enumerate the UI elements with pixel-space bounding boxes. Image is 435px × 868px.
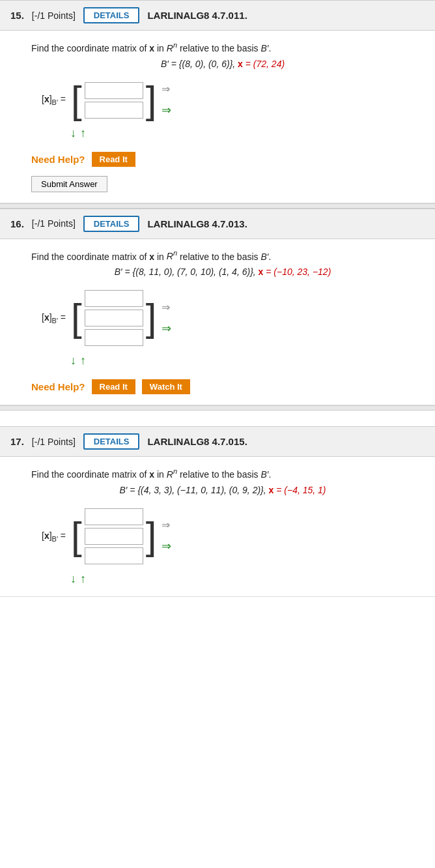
problem-17-matrix-label: [x]B′ = [42, 530, 66, 543]
problem-15-math-x: x [235, 59, 243, 69]
problem-16-input-2[interactable] [85, 310, 143, 326]
problem-16-rn: Rn [167, 251, 177, 261]
problem-16-math-bprime: B′ = {(8, 11, 0), (7, 0, 10), (1, 4, 6)}… [115, 267, 256, 277]
problem-16-need-help: Need Help? Read It Watch It [31, 379, 414, 394]
problem-17-inputs [85, 506, 143, 567]
problem-17-bracket-left: [ [71, 517, 82, 556]
problem-16-x-bold: x [149, 251, 154, 261]
problem-16-bracket-right: ] [146, 298, 157, 338]
problem-15-matrix-label: [x]B′ = [42, 94, 66, 106]
problem-16-math: B′ = {(8, 11, 0), (7, 0, 10), (1, 4, 6)}… [31, 267, 414, 277]
problem-16-updown: ↓ ↑ [70, 354, 414, 368]
problem-16-read-it-button[interactable]: Read It [92, 379, 135, 394]
problem-16-details-button[interactable]: DETAILS [83, 216, 140, 232]
problem-17-math-bprime: B′ = {(4, 3, 3), (−11, 0, 11), (0, 9, 2)… [119, 485, 266, 495]
problem-15-bprime: B′ [260, 43, 268, 53]
problem-15-down-arrow: ↓ [70, 126, 76, 140]
separator-15-16 [0, 203, 435, 209]
problem-17-desc: Find the coordinate matrix of x in Rn re… [31, 467, 414, 480]
problem-15-x-bold: x [149, 43, 154, 53]
problem-15-matrix-bracket: [ ] ⇒ ⇒ [71, 80, 171, 121]
problem-16-bprime: B′ [260, 251, 268, 261]
problem-15-details-button[interactable]: DETAILS [83, 7, 140, 23]
problem-15-submit-section: Submit Answer [31, 176, 414, 192]
problem-17-math: B′ = {(4, 3, 3), (−11, 0, 11), (0, 9, 2)… [31, 485, 414, 495]
problem-16-arrow-green: ⇒ [161, 321, 171, 336]
problem-15-points: [-/1 Points] [32, 10, 76, 21]
problem-15-code: LARLINALG8 4.7.011. [147, 10, 247, 21]
problem-15: 15. [-/1 Points] DETAILS LARLINALG8 4.7.… [0, 0, 435, 203]
problem-17-header: 17. [-/1 Points] DETAILS LARLINALG8 4.7.… [0, 426, 435, 457]
problem-15-input-1[interactable] [85, 82, 143, 99]
problem-16-arrow-gray: ⇒ [161, 301, 171, 313]
problem-17-matrix-section: [x]B′ = [ ] ⇒ ⇒ [42, 506, 414, 567]
problem-15-math: B′ = {(8, 0), (0, 6)}, x = (72, 24) [31, 59, 414, 69]
problem-16-matrix-bracket: [ ] ⇒ ⇒ [71, 287, 171, 349]
problem-17-points: [-/1 Points] [32, 437, 76, 447]
separator-16-17 [0, 405, 435, 411]
problem-15-matrix-section: [x]B′ = [ ] ⇒ ⇒ [42, 80, 414, 121]
problem-15-rn: Rn [167, 43, 177, 53]
problem-17-details-button[interactable]: DETAILS [83, 433, 140, 450]
problem-16-points: [-/1 Points] [32, 218, 76, 229]
problem-16-need-help-label: Need Help? [31, 381, 85, 392]
problem-16-code: LARLINALG8 4.7.013. [147, 218, 247, 229]
problem-16-body: Find the coordinate matrix of x in Rn re… [0, 239, 435, 406]
problem-15-math-bprime: B′ = {(8, 0), (0, 6)}, [161, 59, 235, 69]
problem-16-down-arrow: ↓ [70, 354, 76, 368]
problem-15-header: 15. [-/1 Points] DETAILS LARLINALG8 4.7.… [0, 0, 435, 31]
problem-16: 16. [-/1 Points] DETAILS LARLINALG8 4.7.… [0, 209, 435, 406]
problem-17-input-3[interactable] [85, 547, 143, 564]
problem-17-x-bold: x [149, 469, 154, 480]
problem-16-desc: Find the coordinate matrix of x in Rn re… [31, 250, 414, 262]
problem-15-read-it-button[interactable]: Read It [92, 152, 135, 167]
problem-15-need-help-label: Need Help? [31, 154, 85, 165]
problem-16-math-xval: = (−10, 23, −12) [263, 267, 331, 277]
problem-15-desc: Find the coordinate matrix of x in Rn re… [31, 41, 414, 53]
problem-15-arrow-gray: ⇒ [161, 83, 171, 95]
problem-16-inputs [85, 287, 143, 349]
problem-17-input-2[interactable] [85, 528, 143, 545]
problem-16-matrix-section: [x]B′ = [ ] ⇒ ⇒ [42, 287, 414, 349]
problem-15-math-xval: = (72, 24) [243, 59, 285, 69]
problem-16-input-1[interactable] [85, 290, 143, 307]
problem-17-math-x: x [266, 485, 274, 495]
problem-16-matrix-label: [x]B′ = [42, 312, 66, 325]
problem-15-submit-button[interactable]: Submit Answer [31, 176, 107, 192]
problem-15-inputs [85, 80, 143, 121]
problem-16-math-x: x [256, 267, 264, 277]
problem-17-rn: Rn [167, 469, 177, 480]
problem-17-arrows: ⇒ ⇒ [161, 519, 171, 553]
problem-17-arrow-green: ⇒ [161, 539, 171, 553]
problem-17-input-1[interactable] [85, 508, 143, 525]
problem-16-arrows: ⇒ ⇒ [161, 301, 171, 336]
problem-16-header: 16. [-/1 Points] DETAILS LARLINALG8 4.7.… [0, 209, 435, 239]
problem-17-down-arrow: ↓ [70, 572, 76, 586]
problem-16-up-arrow: ↑ [80, 354, 86, 368]
problem-16-input-3[interactable] [85, 329, 143, 346]
problem-15-up-arrow: ↑ [80, 126, 86, 140]
problem-15-arrow-green: ⇒ [161, 103, 171, 117]
problem-15-body: Find the coordinate matrix of x in Rn re… [0, 31, 435, 203]
problem-15-input-2[interactable] [85, 102, 143, 119]
problem-17-bracket-right: ] [146, 517, 157, 556]
problem-15-number: 15. [10, 10, 24, 21]
problem-17-body: Find the coordinate matrix of x in Rn re… [0, 457, 435, 597]
problem-16-number: 16. [10, 218, 24, 229]
problem-16-watch-it-button[interactable]: Watch It [142, 379, 190, 394]
problem-17: 17. [-/1 Points] DETAILS LARLINALG8 4.7.… [0, 426, 435, 597]
problem-16-bracket-left: [ [71, 298, 82, 338]
problem-15-bracket-left: [ [71, 81, 82, 120]
problem-17-updown: ↓ ↑ [70, 572, 414, 586]
problem-17-arrow-gray: ⇒ [161, 519, 171, 531]
problem-17-up-arrow: ↑ [80, 572, 86, 586]
problem-17-number: 17. [10, 436, 24, 447]
spacer-16-17 [0, 411, 435, 426]
problem-17-matrix-bracket: [ ] ⇒ ⇒ [71, 506, 171, 567]
problem-17-code: LARLINALG8 4.7.015. [147, 436, 247, 447]
problem-17-bprime: B′ [260, 469, 268, 480]
problem-17-math-xval: = (−4, 15, 1) [274, 485, 326, 495]
problem-15-bracket-right: ] [146, 81, 157, 120]
problem-15-updown: ↓ ↑ [70, 126, 414, 140]
problem-15-arrows: ⇒ ⇒ [161, 83, 171, 117]
